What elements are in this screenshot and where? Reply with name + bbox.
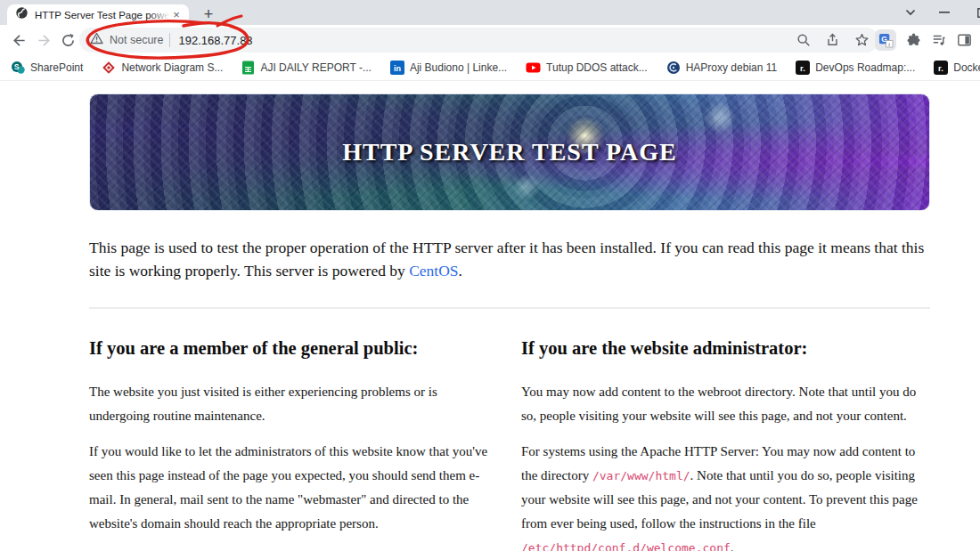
browser-tab[interactable]: HTTP Server Test Page powered × bbox=[7, 4, 189, 25]
playlist-extension-icon[interactable] bbox=[931, 33, 947, 47]
roadmap-icon: r. bbox=[934, 61, 948, 75]
bookmark-docker-roadmap[interactable]: r. Docker Roadmap -... bbox=[934, 61, 980, 75]
administrator-heading: If you are the website administrator: bbox=[521, 338, 930, 359]
intro-period: . bbox=[459, 262, 462, 280]
omnibox-divider bbox=[169, 33, 170, 47]
bookmark-aji-daily-report[interactable]: AJI DAILY REPORT -... bbox=[241, 61, 371, 75]
bookmark-star-icon[interactable] bbox=[854, 33, 870, 47]
bookmarks-bar: S SharePoint Network Diagram S... AJI DA… bbox=[0, 55, 980, 81]
diagram-icon bbox=[102, 61, 116, 75]
tab-strip: HTTP Server Test Page powered × + bbox=[0, 0, 980, 25]
roadmap-icon: r. bbox=[796, 61, 810, 75]
svg-text:r.: r. bbox=[800, 63, 805, 73]
reload-button[interactable] bbox=[56, 28, 79, 52]
svg-text:t: t bbox=[888, 40, 890, 47]
bookmark-sharepoint[interactable]: S SharePoint bbox=[11, 61, 83, 75]
admin-paragraph-1: You may now add content to the webroot d… bbox=[521, 380, 930, 428]
tab-close-icon[interactable]: × bbox=[169, 8, 184, 22]
tab-title: HTTP Server Test Page powered bbox=[35, 10, 169, 20]
google-sheets-icon bbox=[241, 61, 255, 75]
admin-p2-period: . bbox=[731, 540, 734, 551]
forward-button[interactable] bbox=[32, 28, 55, 52]
intro-paragraph: This page is used to test the proper ope… bbox=[89, 237, 930, 283]
intro-text: This page is used to test the proper ope… bbox=[89, 239, 924, 280]
new-tab-button[interactable]: + bbox=[198, 4, 219, 25]
banner-title: HTTP SERVER TEST PAGE bbox=[90, 138, 929, 166]
sharepoint-icon: S bbox=[11, 61, 25, 75]
url-text[interactable]: 192.168.77.83 bbox=[178, 34, 252, 47]
address-bar[interactable]: Not secure 192.168.77.83 bbox=[79, 28, 878, 53]
public-paragraph-3: For example, if you experienced problems… bbox=[89, 547, 501, 551]
tab-search-chevron-icon[interactable] bbox=[900, 0, 921, 25]
admin-paragraph-2: For systems using the Apache HTTP Server… bbox=[521, 440, 930, 551]
webpage-viewport: HTTP SERVER TEST PAGE This page is used … bbox=[0, 81, 980, 551]
browser-toolbar: Not secure 192.168.77.83 bbox=[0, 25, 980, 55]
maximize-button[interactable] bbox=[971, 0, 980, 25]
security-label[interactable]: Not secure bbox=[110, 34, 163, 46]
general-public-column: If you are a member of the general publi… bbox=[89, 338, 501, 551]
bookmark-youtube[interactable]: Tutup DDOS attack... bbox=[526, 61, 648, 75]
page-favicon-globe-icon bbox=[15, 6, 29, 23]
share-icon[interactable] bbox=[825, 33, 840, 47]
search-icon[interactable] bbox=[796, 33, 811, 47]
test-page-banner-image: HTTP SERVER TEST PAGE bbox=[89, 93, 930, 211]
bookmark-network-diagram[interactable]: Network Diagram S... bbox=[102, 61, 223, 75]
bookmark-linkedin[interactable]: in Aji Budiono | Linke... bbox=[390, 61, 507, 75]
svg-text:in: in bbox=[394, 64, 401, 73]
administrator-column: If you are the website administrator: Yo… bbox=[521, 338, 930, 551]
centos-link[interactable]: CentOS bbox=[409, 262, 458, 280]
google-translate-icon[interactable]: G t bbox=[875, 29, 896, 51]
extensions-puzzle-icon[interactable] bbox=[906, 33, 921, 48]
back-button[interactable] bbox=[7, 28, 30, 52]
side-panel-icon[interactable] bbox=[957, 33, 972, 47]
public-paragraph-2: If you would like to let the administrat… bbox=[89, 440, 501, 536]
welcome-conf-path-code: /etc/httpd/conf.d/welcome.conf bbox=[521, 541, 731, 551]
general-public-heading: If you are a member of the general publi… bbox=[89, 338, 501, 359]
youtube-icon bbox=[526, 61, 541, 75]
debian-icon bbox=[666, 61, 681, 75]
not-secure-warning-icon[interactable] bbox=[90, 32, 103, 48]
bookmark-haproxy[interactable]: HAProxy debian 11 bbox=[666, 61, 778, 75]
public-paragraph-1: The website you just visited is either e… bbox=[89, 380, 501, 428]
bookmark-devops-roadmap[interactable]: r. DevOps Roadmap:... bbox=[796, 61, 915, 75]
linkedin-icon: in bbox=[390, 61, 404, 75]
webroot-path-code: /var/www/html/ bbox=[592, 469, 690, 482]
svg-text:S: S bbox=[14, 62, 20, 71]
svg-text:r.: r. bbox=[938, 63, 943, 73]
divider bbox=[89, 307, 930, 309]
minimize-button[interactable] bbox=[934, 0, 955, 25]
